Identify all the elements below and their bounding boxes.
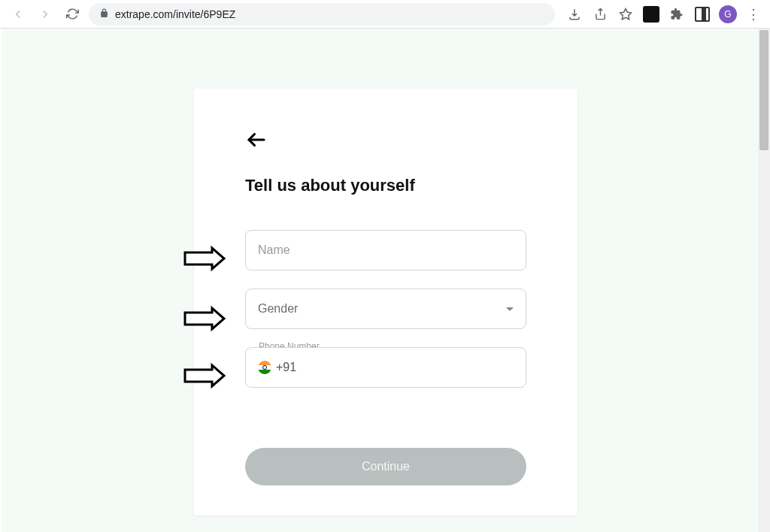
extensions-puzzle-icon[interactable] — [668, 5, 686, 23]
address-bar[interactable]: extrape.com/invite/6P9EZ — [89, 3, 555, 26]
sidepanel-icon[interactable] — [693, 5, 711, 23]
gender-select[interactable]: Gender — [245, 289, 526, 329]
extension-badge-icon[interactable] — [642, 5, 660, 23]
india-flag-icon[interactable] — [258, 361, 271, 374]
browser-toolbar: extrape.com/invite/6P9EZ G ⋮ — [0, 0, 770, 29]
signup-card: Tell us about yourself Gender Phone Numb… — [194, 89, 578, 515]
nav-forward-button[interactable] — [35, 4, 56, 25]
more-menu-icon[interactable]: ⋮ — [744, 5, 762, 23]
nav-back-button[interactable] — [8, 4, 29, 25]
annotation-arrow-icon — [183, 245, 226, 272]
continue-button[interactable]: Continue — [245, 448, 526, 485]
chevron-down-icon — [506, 307, 514, 311]
page-viewport: Tell us about yourself Gender Phone Numb… — [0, 29, 770, 532]
form-title: Tell us about yourself — [245, 176, 526, 195]
scrollbar-track[interactable] — [758, 29, 770, 532]
annotation-arrow-icon — [183, 305, 226, 332]
lock-icon — [99, 8, 109, 20]
svg-marker-0 — [620, 8, 632, 19]
dialcode-text: +91 — [276, 361, 296, 374]
toolbar-actions: G ⋮ — [561, 5, 762, 23]
scrollbar-thumb[interactable] — [759, 30, 768, 150]
url-text: extrape.com/invite/6P9EZ — [115, 8, 235, 20]
name-input[interactable] — [258, 243, 514, 257]
back-button[interactable] — [245, 125, 275, 155]
share-icon[interactable] — [591, 5, 609, 23]
reload-button[interactable] — [62, 4, 83, 25]
gender-label: Gender — [258, 302, 298, 316]
bookmark-star-icon[interactable] — [617, 5, 635, 23]
profile-avatar[interactable]: G — [719, 5, 737, 23]
name-input-wrap — [245, 230, 526, 271]
phone-input[interactable] — [299, 361, 514, 374]
phone-input-wrap: +91 — [245, 347, 526, 388]
install-icon[interactable] — [565, 5, 584, 23]
annotation-arrow-icon — [183, 362, 226, 389]
